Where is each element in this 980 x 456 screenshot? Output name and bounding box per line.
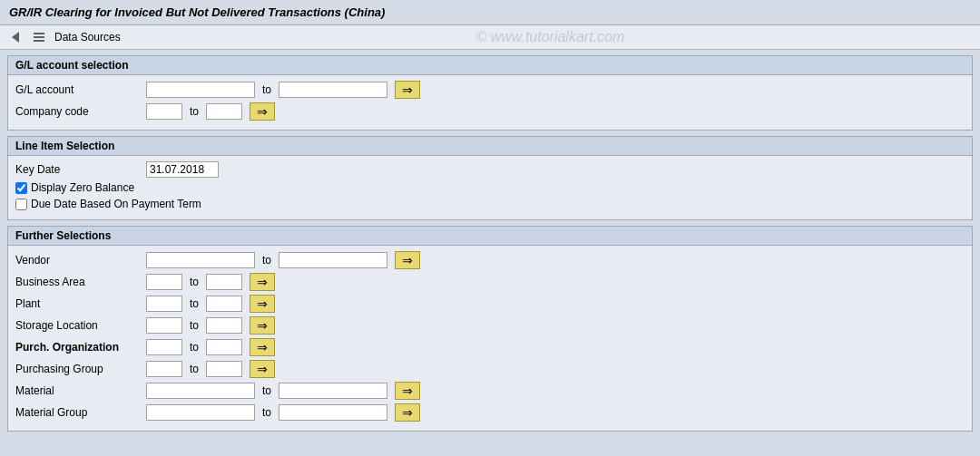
storage-location-row: Storage Location to ⇒ xyxy=(15,316,965,335)
data-sources-label[interactable]: Data Sources xyxy=(54,31,121,44)
key-date-row: Key Date xyxy=(15,161,965,178)
purch-org-to-label: to xyxy=(190,341,199,354)
company-code-arrow-btn[interactable]: ⇒ xyxy=(250,102,275,121)
material-group-label: Material Group xyxy=(15,406,142,419)
line-item-section: Line Item Selection Key Date Display Zer… xyxy=(7,136,973,220)
due-date-checkbox[interactable] xyxy=(15,199,27,210)
display-zero-balance-label: Display Zero Balance xyxy=(31,181,134,194)
purch-org-arrow-btn[interactable]: ⇒ xyxy=(250,338,275,356)
display-zero-balance-checkbox[interactable] xyxy=(15,182,27,194)
menu-icon[interactable] xyxy=(31,29,47,45)
purch-org-row: Purch. Organization to ⇒ xyxy=(15,338,965,356)
purch-org-to-input[interactable] xyxy=(206,339,242,355)
svg-rect-1 xyxy=(34,33,44,34)
purchasing-group-arrow-btn[interactable]: ⇒ xyxy=(250,360,275,378)
material-to-input[interactable] xyxy=(279,383,387,399)
material-arrow-btn[interactable]: ⇒ xyxy=(395,382,420,400)
material-group-to-label: to xyxy=(262,406,271,419)
further-selections-body: Vendor to ⇒ Business Area to ⇒ Plant to xyxy=(8,246,972,431)
key-date-label: Key Date xyxy=(15,163,142,176)
gl-account-label: G/L account xyxy=(15,83,142,96)
storage-location-from-input[interactable] xyxy=(146,317,182,334)
company-code-from-input[interactable] xyxy=(146,103,182,120)
gl-account-arrow-btn[interactable]: ⇒ xyxy=(395,81,420,99)
material-row: Material to ⇒ xyxy=(15,382,965,400)
business-area-to-label: to xyxy=(190,276,199,288)
business-area-label: Business Area xyxy=(15,276,142,288)
company-code-to-label: to xyxy=(190,105,199,118)
purchasing-group-to-input[interactable] xyxy=(206,361,242,377)
plant-label: Plant xyxy=(15,297,142,310)
watermark: © www.tutorialkart.com xyxy=(128,29,973,45)
key-date-input[interactable] xyxy=(146,161,219,178)
line-item-section-body: Key Date Display Zero Balance Due Date B… xyxy=(8,156,972,219)
svg-marker-0 xyxy=(12,32,19,43)
company-code-to-input[interactable] xyxy=(206,103,242,120)
plant-arrow-btn[interactable]: ⇒ xyxy=(250,295,275,313)
business-area-to-input[interactable] xyxy=(206,274,242,290)
vendor-to-input[interactable] xyxy=(279,252,387,268)
due-date-row: Due Date Based On Payment Term xyxy=(15,198,965,210)
company-code-row: Company code to ⇒ xyxy=(15,102,965,121)
gl-account-to-input[interactable] xyxy=(279,82,387,98)
vendor-from-input[interactable] xyxy=(146,252,255,268)
further-selections-header: Further Selections xyxy=(8,227,972,246)
purchasing-group-to-label: to xyxy=(190,363,199,375)
material-to-label: to xyxy=(262,384,271,397)
storage-location-to-input[interactable] xyxy=(206,317,242,334)
gl-account-section: G/L account selection G/L account to ⇒ C… xyxy=(7,55,973,131)
vendor-row: Vendor to ⇒ xyxy=(15,251,965,269)
svg-rect-3 xyxy=(34,40,44,42)
business-area-row: Business Area to ⇒ xyxy=(15,273,965,291)
purch-org-label: Purch. Organization xyxy=(15,341,142,354)
plant-from-input[interactable] xyxy=(146,296,182,312)
gl-account-section-body: G/L account to ⇒ Company code to ⇒ xyxy=(8,75,972,130)
storage-location-to-label: to xyxy=(190,319,199,332)
plant-to-label: to xyxy=(190,297,199,310)
vendor-label: Vendor xyxy=(15,254,142,267)
purchasing-group-row: Purchasing Group to ⇒ xyxy=(15,360,965,378)
company-code-label: Company code xyxy=(15,105,142,118)
display-zero-balance-row: Display Zero Balance xyxy=(15,181,965,194)
purchasing-group-label: Purchasing Group xyxy=(15,363,142,375)
gl-account-to-label: to xyxy=(262,83,271,96)
storage-location-arrow-btn[interactable]: ⇒ xyxy=(250,316,275,335)
plant-to-input[interactable] xyxy=(206,296,242,312)
due-date-label: Due Date Based On Payment Term xyxy=(31,198,201,210)
svg-rect-2 xyxy=(34,36,44,38)
business-area-arrow-btn[interactable]: ⇒ xyxy=(250,273,275,291)
vendor-to-label: to xyxy=(262,254,271,267)
purch-org-from-input[interactable] xyxy=(146,339,182,355)
material-group-arrow-btn[interactable]: ⇒ xyxy=(395,403,420,422)
toolbar: Data Sources © www.tutorialkart.com xyxy=(0,25,980,50)
back-icon[interactable] xyxy=(7,29,24,45)
material-label: Material xyxy=(15,384,142,397)
title-bar: GR/IR Clearing for Invoiced But Not Deli… xyxy=(0,0,980,25)
main-content: G/L account selection G/L account to ⇒ C… xyxy=(0,50,980,437)
plant-row: Plant to ⇒ xyxy=(15,295,965,313)
business-area-from-input[interactable] xyxy=(146,274,182,290)
material-group-row: Material Group to ⇒ xyxy=(15,403,965,422)
vendor-arrow-btn[interactable]: ⇒ xyxy=(395,251,420,269)
gl-account-from-input[interactable] xyxy=(146,82,255,98)
storage-location-label: Storage Location xyxy=(15,319,142,332)
material-group-from-input[interactable] xyxy=(146,404,255,421)
line-item-section-header: Line Item Selection xyxy=(8,137,972,156)
purchasing-group-from-input[interactable] xyxy=(146,361,182,377)
further-selections-section: Further Selections Vendor to ⇒ Business … xyxy=(7,226,973,432)
material-group-to-input[interactable] xyxy=(279,404,387,421)
material-from-input[interactable] xyxy=(146,383,255,399)
gl-account-row: G/L account to ⇒ xyxy=(15,81,965,99)
gl-account-section-header: G/L account selection xyxy=(8,56,972,75)
page-title: GR/IR Clearing for Invoiced But Not Deli… xyxy=(9,5,385,19)
